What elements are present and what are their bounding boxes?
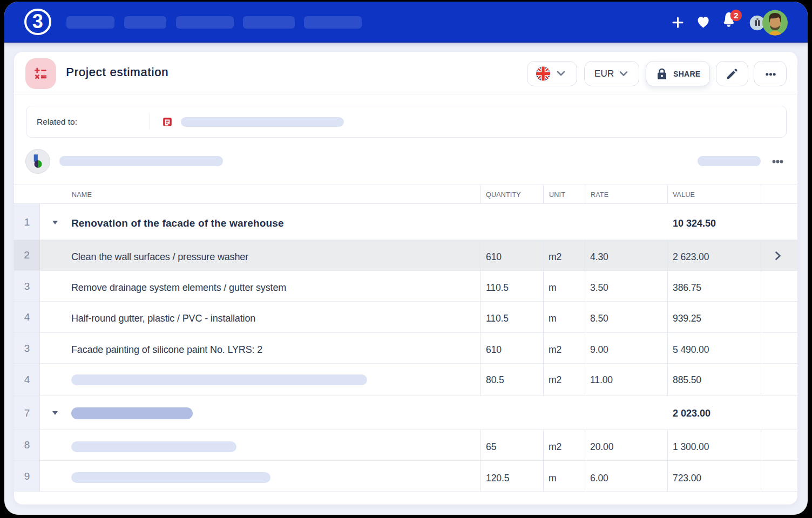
svg-text:2: 2 [734, 11, 739, 20]
